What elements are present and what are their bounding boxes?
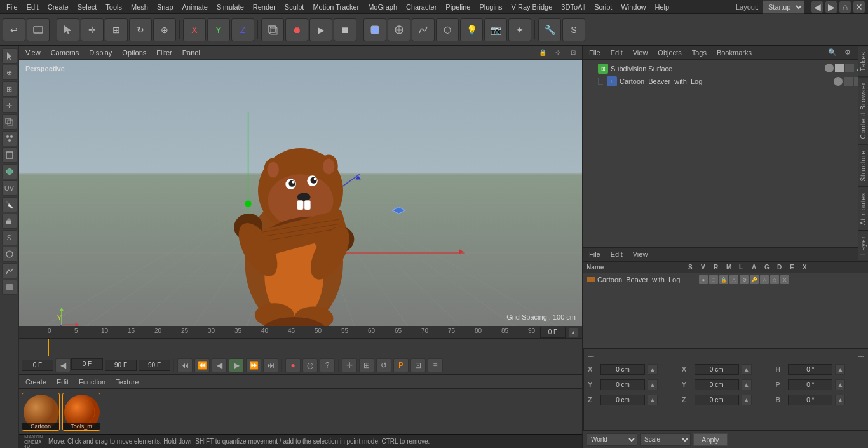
nav-back-btn[interactable]: ◀ <box>811 1 824 13</box>
attr-icon-9[interactable]: X <box>780 275 789 284</box>
menu-sculpt[interactable]: Sculpt <box>281 2 308 12</box>
tab-takes[interactable]: Takes <box>858 46 868 76</box>
redo-btn[interactable] <box>27 18 50 41</box>
obj-settings-icon[interactable]: ⚙ <box>844 48 851 57</box>
coord-h-rot-up[interactable]: ▲ <box>835 364 845 375</box>
menu-edit[interactable]: Edit <box>23 2 43 12</box>
menu-mesh[interactable]: Mesh <box>127 2 152 12</box>
mat-menu-create[interactable]: Create <box>23 377 49 387</box>
timeline-track[interactable] <box>19 339 582 356</box>
sidebar-uv-mode[interactable]: UV <box>2 180 17 196</box>
attr-row-beaver[interactable]: Cartoon_Beaver_with_Log ● □ 🔒 △ ⚙ 🔑 △ ◇ … <box>583 273 868 287</box>
nav-forward-btn[interactable]: ▶ <box>825 1 837 13</box>
menu-plugins[interactable]: Plugins <box>475 2 506 12</box>
attr-icon-6[interactable]: 🔑 <box>750 275 759 284</box>
coord-x2-up[interactable]: ▲ <box>742 364 752 375</box>
menu-simulate[interactable]: Simulate <box>213 2 248 12</box>
menu-file[interactable]: File <box>3 2 22 12</box>
stop-btn[interactable]: ⏹ <box>334 18 356 41</box>
coord-b-rot-input[interactable] <box>788 395 832 405</box>
tab-attributes[interactable]: Attributes <box>858 186 868 230</box>
coord-h-rot-input[interactable] <box>788 364 832 375</box>
sidebar-brush[interactable] <box>2 247 17 262</box>
sidebar-point-mode[interactable] <box>2 131 17 146</box>
attr-icon-4[interactable]: △ <box>729 275 738 284</box>
nav-close-btn[interactable]: ✕ <box>853 1 865 13</box>
attr-file-menu[interactable]: File <box>587 249 603 259</box>
viewport-menu-panel[interactable]: Panel <box>180 48 203 58</box>
sidebar-paint2[interactable] <box>2 280 17 295</box>
mat-menu-texture[interactable]: Texture <box>113 377 141 387</box>
menu-vray-bridge[interactable]: V-Ray Bridge <box>508 2 557 12</box>
play-fwd-btn[interactable]: ▶ <box>229 358 244 372</box>
attr-icon-7[interactable]: △ <box>760 275 769 284</box>
viewport-menu-options[interactable]: Options <box>119 48 149 58</box>
menu-tools[interactable]: Tools <box>102 2 126 12</box>
viewport-menu-filter[interactable]: Filter <box>154 48 174 58</box>
menu-character[interactable]: Character <box>402 2 440 12</box>
end-frame-input[interactable] <box>105 360 137 371</box>
end-frame-input-2[interactable] <box>139 360 170 371</box>
world-dropdown[interactable]: World <box>587 433 637 446</box>
axis-y-btn[interactable]: Y <box>207 18 230 41</box>
attr-icon-8[interactable]: ◇ <box>770 275 779 284</box>
axis-z-btn[interactable]: Z <box>231 18 254 41</box>
select-tool-btn[interactable] <box>57 18 79 41</box>
obj-edit-menu[interactable]: Edit <box>608 48 625 58</box>
undo-btn[interactable]: ↩ <box>3 18 25 41</box>
vis-dot-3[interactable] <box>845 64 854 72</box>
coord-y-up[interactable]: ▲ <box>648 379 658 390</box>
sidebar-paint[interactable]: S <box>2 230 17 245</box>
coord-z-input[interactable] <box>600 395 645 405</box>
menu-motion-tracker[interactable]: Motion Tracker <box>309 2 363 12</box>
obj-bookmarks-menu[interactable]: Bookmarks <box>714 48 754 58</box>
sidebar-transform[interactable]: ✛ <box>2 98 17 113</box>
layout-select[interactable]: Startup <box>763 0 804 14</box>
render-btn[interactable]: ✦ <box>508 18 531 41</box>
move-key-btn[interactable]: ✛ <box>342 358 357 372</box>
viewport-maximize-icon[interactable]: ⊡ <box>568 48 578 58</box>
viewport-lock-icon[interactable]: 🔒 <box>538 48 548 58</box>
menu-pipeline[interactable]: Pipeline <box>442 2 474 12</box>
play-back-btn[interactable]: ◀ <box>212 358 227 372</box>
rotate-tool-btn[interactable]: ↻ <box>129 18 152 41</box>
coord-b-rot-up[interactable]: ▲ <box>835 395 845 405</box>
grid-key-btn[interactable]: ⊡ <box>410 358 426 372</box>
attr-view-menu[interactable]: View <box>630 249 651 259</box>
frame-start-minus-btn[interactable]: ◀ <box>55 358 71 372</box>
menu-help[interactable]: Help <box>651 2 674 12</box>
mat-menu-function[interactable]: Function <box>76 377 108 387</box>
frame-input-2[interactable] <box>71 358 103 370</box>
viewport-menu-cameras[interactable]: Cameras <box>48 48 82 58</box>
viewport-menu-view[interactable]: View <box>23 48 43 58</box>
sphere-btn[interactable] <box>363 18 386 41</box>
autokey-btn[interactable]: P <box>393 358 409 372</box>
current-frame-input[interactable] <box>540 327 566 338</box>
coord-x-input[interactable] <box>600 364 645 375</box>
sidebar-extrude[interactable] <box>2 214 17 229</box>
obj-view-menu[interactable]: View <box>630 48 651 58</box>
obj-objects-menu[interactable]: Objects <box>655 48 684 58</box>
viewport-3d[interactable]: Y X Perspective Grid Spacing : 100 cm <box>19 60 582 326</box>
select-key-btn[interactable]: ↺ <box>376 358 391 372</box>
record-auto-btn[interactable]: ● <box>285 358 301 372</box>
sidebar-sculpt[interactable] <box>2 263 17 278</box>
brush-btn[interactable] <box>388 18 410 41</box>
coord-y2-input[interactable] <box>695 379 739 390</box>
vis-dot-2[interactable] <box>835 64 844 72</box>
viewport-menu-display[interactable]: Display <box>86 48 114 58</box>
motion-btn[interactable]: ≡ <box>428 358 443 372</box>
bv-vis-dot-1[interactable] <box>834 77 843 86</box>
attr-icon-5[interactable]: ⚙ <box>740 275 749 284</box>
obj-row-beaver[interactable]: L Cartoon_Beaver_with_Log <box>585 75 865 88</box>
magnet-btn[interactable]: 🔧 <box>538 18 561 41</box>
coord-x2-input[interactable] <box>695 364 739 375</box>
attr-icon-2[interactable]: □ <box>709 275 718 284</box>
bv-vis-dot-2[interactable] <box>844 77 853 86</box>
step-fwd-btn[interactable]: ⏩ <box>246 358 261 372</box>
tab-structure[interactable]: Structure <box>858 144 868 187</box>
tab-content-browser[interactable]: Content Browser <box>858 76 868 144</box>
obj-row-subdivision[interactable]: ⊞ Subdivision Surface ✓ <box>585 62 865 75</box>
material-tools[interactable]: Tools_m <box>62 393 100 431</box>
sidebar-rotate[interactable]: ⊕ <box>2 65 17 80</box>
